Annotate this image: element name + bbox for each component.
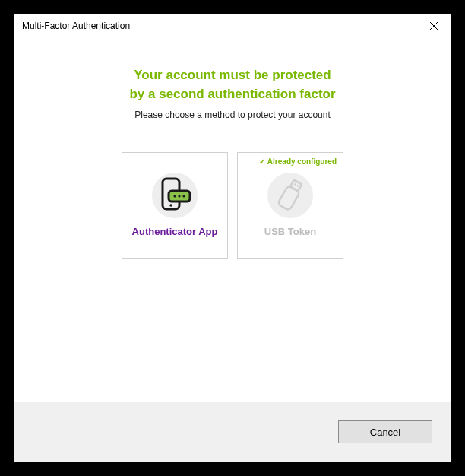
heading: Your account must be protected by a seco… <box>14 66 451 103</box>
usb-status-badge: ✓ Already configured <box>259 157 337 166</box>
svg-point-5 <box>173 195 176 198</box>
usb-token-icon <box>270 176 310 215</box>
cancel-button[interactable]: Cancel <box>338 420 432 443</box>
svg-rect-11 <box>296 185 299 187</box>
svg-rect-10 <box>294 183 296 186</box>
option-usb-token[interactable]: ✓ Already configured USB Token <box>237 152 343 259</box>
authenticator-label: Authenticator App <box>132 226 218 237</box>
dialog-footer: Cancel <box>14 402 451 462</box>
close-button[interactable] <box>416 14 451 37</box>
close-icon <box>430 22 438 30</box>
heading-line2: by a second authentication factor <box>14 85 451 104</box>
titlebar: Multi-Factor Authentication <box>14 14 451 37</box>
svg-point-3 <box>169 204 172 207</box>
options-row: Authenticator App ✓ Already configured <box>14 152 451 259</box>
usb-icon-wrap <box>264 170 316 221</box>
window-title: Multi-Factor Authentication <box>22 21 130 31</box>
cancel-label: Cancel <box>370 427 400 438</box>
svg-point-6 <box>178 195 180 198</box>
subtext: Please choose a method to protect your a… <box>14 109 451 120</box>
authenticator-app-icon <box>155 176 195 215</box>
heading-line1: Your account must be protected <box>14 66 451 85</box>
svg-point-7 <box>182 195 185 198</box>
authenticator-icon-wrap <box>149 170 201 221</box>
usb-label: USB Token <box>264 226 316 237</box>
svg-rect-9 <box>277 186 300 211</box>
option-authenticator-app[interactable]: Authenticator App <box>122 152 228 259</box>
content-area: Your account must be protected by a seco… <box>14 37 451 402</box>
mfa-dialog: Multi-Factor Authentication Your account… <box>14 14 451 462</box>
